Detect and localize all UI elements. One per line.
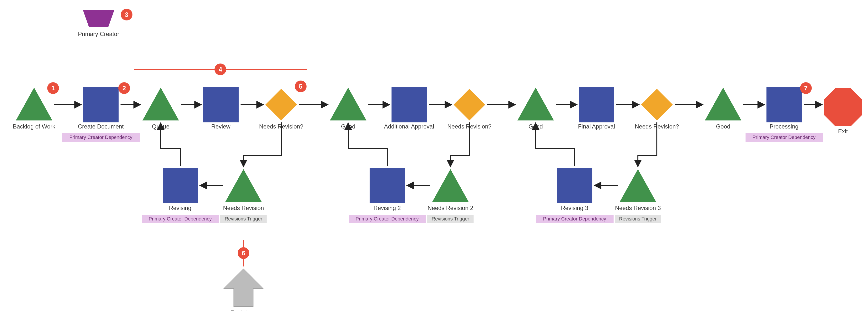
svg-text:Final Approval: Final Approval [578,123,615,130]
tag-primary-creator-dep-processing: Primary Creator Dependency [746,133,823,142]
svg-text:Primary Creator Dependency: Primary Creator Dependency [356,216,419,221]
svg-text:3: 3 [125,11,128,18]
svg-text:4: 4 [219,66,222,73]
badge-3: 3 [121,9,132,21]
svg-text:Needs Revision: Needs Revision [223,205,264,211]
svg-marker-13 [266,89,297,121]
svg-text:Primary Creator Dependency: Primary Creator Dependency [752,134,816,140]
legend-primary-creator-label: Primary Creator [78,31,119,37]
svg-rect-29 [767,87,802,122]
svg-marker-66 [620,169,656,202]
svg-text:Processing: Processing [770,123,799,130]
tag-revisions-trigger-2: Revisions Trigger [427,215,473,223]
svg-text:7: 7 [804,85,808,92]
svg-text:5: 5 [299,83,302,90]
node-revising-2: Revising 2 Primary Creator Dependency [349,168,426,223]
tag-primary-creator-dep-revising2: Primary Creator Dependency [349,215,426,223]
svg-text:Backlog of Work: Backlog of Work [13,123,56,130]
svg-text:1: 1 [51,85,55,92]
svg-marker-19 [454,89,485,121]
svg-text:Revisions: Revisions [231,309,256,311]
tag-primary-creator-dep-revising1: Primary Creator Dependency [142,215,219,223]
svg-marker-0 [83,10,115,27]
revisions-input-arrow: Revisions [224,269,263,311]
callout-4: 4 [134,63,307,75]
svg-marker-3 [16,88,52,121]
svg-marker-25 [641,89,673,121]
node-exit: Exit [824,88,862,134]
svg-marker-9 [143,88,179,121]
svg-marker-27 [705,88,741,121]
svg-text:Revisions Trigger: Revisions Trigger [432,216,469,221]
node-processing: Processing Primary Creator Dependency [746,87,823,142]
svg-rect-52 [163,168,198,203]
badge-5: 5 [295,81,307,92]
svg-marker-57 [432,169,469,202]
badge-1: 1 [47,82,59,94]
svg-text:Revisions Trigger: Revisions Trigger [225,216,262,221]
svg-rect-61 [370,168,405,203]
node-needs-revision-3: Needs Revision 3 Revisions Trigger [615,169,661,223]
node-additional-approval: Additional Approval [384,87,434,130]
svg-text:Primary Creator Dependency: Primary Creator Dependency [149,216,212,221]
svg-text:Needs Revision 3: Needs Revision 3 [615,205,661,211]
svg-text:Additional Approval: Additional Approval [384,123,434,130]
svg-rect-11 [203,87,239,122]
svg-text:Create Document: Create Document [78,123,124,130]
node-review: Review [203,87,239,130]
svg-rect-5 [83,87,119,122]
svg-text:Exit: Exit [838,128,848,134]
svg-text:Needs Revision 2: Needs Revision 2 [428,205,473,211]
svg-text:2: 2 [122,85,126,92]
svg-marker-48 [225,169,262,202]
svg-marker-21 [517,88,554,121]
svg-text:Revising: Revising [169,205,191,211]
svg-rect-23 [579,87,614,122]
badge-7: 7 [800,82,812,94]
node-backlog-of-work: Backlog of Work [13,88,56,130]
node-needs-revision-2: Needs Revision 2 Revisions Trigger [427,169,473,223]
svg-text:Primary Creator Dependency: Primary Creator Dependency [543,216,606,221]
workflow-diagram: Primary Creator 3 Backlog of Work Create… [0,0,868,311]
tag-primary-creator-dep-revising3: Primary Creator Dependency [536,215,614,223]
svg-marker-75 [224,269,263,307]
node-final-approval: Final Approval [578,87,615,130]
node-revising-3: Revising 3 Primary Creator Dependency [536,168,614,223]
legend-primary-creator: Primary Creator 3 [78,9,132,37]
svg-rect-17 [392,87,427,122]
svg-text:Revisions Trigger: Revisions Trigger [619,216,657,221]
tag-revisions-trigger-1: Revisions Trigger [220,215,267,223]
node-needs-revision-1: Needs Revision Revisions Trigger [220,169,267,223]
svg-marker-15 [330,88,366,121]
badge-2: 2 [118,82,130,94]
svg-text:Revising 3: Revising 3 [561,205,588,211]
svg-text:Revising 2: Revising 2 [373,205,401,211]
node-create-document: Create Document Primary Creator Dependen… [62,87,140,142]
svg-text:Good: Good [716,123,731,130]
node-revising-1: Revising Primary Creator Dependency [142,168,219,223]
node-good-3: Good [705,88,741,130]
svg-text:Review: Review [211,123,230,130]
tag-revisions-trigger-3: Revisions Trigger [615,215,661,223]
callout-6: 6 [238,240,249,267]
tag-primary-creator-dep-create: Primary Creator Dependency [62,133,140,142]
svg-text:Primary Creator Dependency: Primary Creator Dependency [69,134,132,140]
svg-rect-70 [557,168,592,203]
svg-marker-33 [824,88,862,126]
svg-text:6: 6 [242,249,245,257]
